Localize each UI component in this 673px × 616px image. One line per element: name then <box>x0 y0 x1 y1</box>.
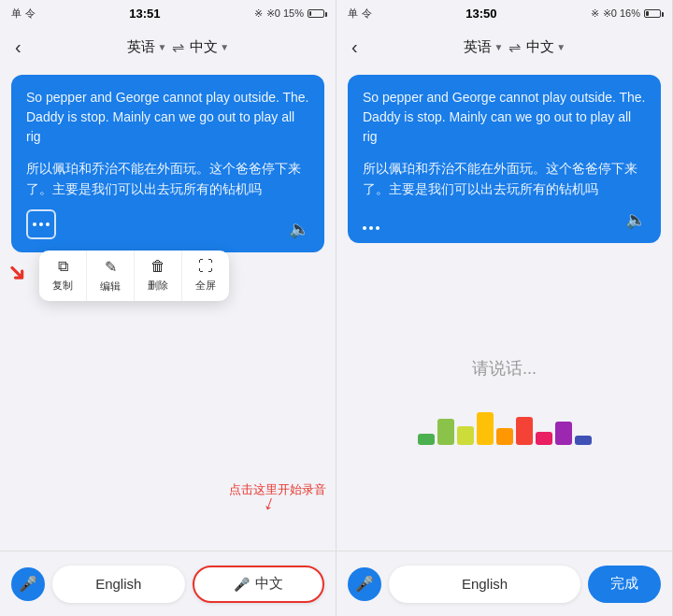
source-lang-left[interactable]: 英语 ▼ <box>127 38 166 56</box>
status-right-right: ※ ※0 16% <box>591 7 661 20</box>
wave-bar-8 <box>555 422 572 445</box>
source-text-left: So pepper and George cannot play outside… <box>26 88 309 147</box>
signal-icon-right: 令 <box>362 7 372 21</box>
menu-fullscreen[interactable]: ⛶ 全屏 <box>182 251 229 301</box>
target-lang-left[interactable]: 中文 ▼ <box>190 38 229 56</box>
wave-bar-4 <box>477 412 494 445</box>
context-menu-left: ⧉ 复制 ✎ 编辑 🗑 删除 ⛶ 全屏 <box>39 251 229 301</box>
rdot1 <box>363 226 366 230</box>
rdot2 <box>369 226 373 230</box>
mic-button-left[interactable]: 🎤 <box>11 567 45 601</box>
more-dots-right[interactable] <box>363 226 379 230</box>
listen-prompt-right: 请说话... <box>472 357 537 380</box>
speaker-button-right[interactable]: 🔈 <box>625 209 646 230</box>
mic-icon-right: 🎤 <box>355 575 374 593</box>
mic-icon-left: 🎤 <box>19 575 37 593</box>
wave-bar-3 <box>457 426 474 445</box>
nav-bar-right: ‹ 英语 ▼ ⇌ 中文 ▼ <box>336 26 672 67</box>
battery-text-right: ※0 16% <box>603 7 640 20</box>
right-phone-panel: 单 令 13:50 ※ ※0 16% ‹ 英语 ▼ ⇌ 中文 ▼ So <box>336 0 673 616</box>
source-lang-right[interactable]: 英语 ▼ <box>464 38 503 56</box>
english-pill-right[interactable]: English <box>389 566 580 603</box>
translation-card-left: So pepper and George cannot play outside… <box>11 75 324 252</box>
spacer-left: 点击这里开始录音 ↓ <box>0 288 336 551</box>
chinese-pill-left[interactable]: 🎤 中文 <box>193 566 325 603</box>
status-left-icons: 单 令 <box>11 7 36 21</box>
status-time-left: 13:51 <box>129 7 160 21</box>
source-lang-arrow-right: ▼ <box>494 42 503 52</box>
battery-fill-left <box>309 11 311 16</box>
bluetooth-icon-right: ※ <box>591 7 599 20</box>
status-left-right: 单 令 <box>348 7 372 21</box>
mic-button-right[interactable]: 🎤 <box>348 567 381 601</box>
menu-delete[interactable]: 🗑 删除 <box>135 251 182 301</box>
speaker-button-left[interactable]: 🔈 <box>289 219 309 239</box>
bottom-bar-right: 🎤 English 完成 <box>336 551 672 616</box>
target-lang-arrow-right: ▼ <box>556 42 566 52</box>
battery-icon-right <box>644 9 661 18</box>
fullscreen-label: 全屏 <box>195 279 216 293</box>
delete-icon: 🗑 <box>150 258 165 275</box>
menu-copy[interactable]: ⧉ 复制 <box>39 251 87 301</box>
delete-label: 删除 <box>148 279 168 293</box>
battery-icon-left <box>308 9 324 18</box>
chinese-label-left: 中文 <box>255 575 283 593</box>
dot2 <box>39 222 43 226</box>
english-label-right: English <box>462 576 508 592</box>
wave-bar-7 <box>536 432 552 445</box>
wave-bar-6 <box>516 417 533 445</box>
card-bottom-left: 🔈 <box>26 209 309 239</box>
rdot3 <box>376 226 379 230</box>
red-arrow-icon: ➜ <box>0 255 35 290</box>
bottom-bar-left: 🎤 English 🎤 中文 <box>0 551 336 616</box>
more-options-button-left[interactable] <box>26 209 56 239</box>
wifi-icon-right: 单 <box>348 7 358 21</box>
edit-icon: ✎ <box>105 258 117 276</box>
signal-icon: 令 <box>25 7 36 21</box>
source-text-right: So pepper and George cannot play outside… <box>363 88 646 147</box>
done-label-right: 完成 <box>610 575 638 593</box>
battery-text-left: ※0 15% <box>266 7 304 20</box>
copy-label: 复制 <box>52 279 73 293</box>
source-lang-arrow-left: ▼ <box>157 42 166 52</box>
target-lang-arrow-left: ▼ <box>220 42 229 52</box>
english-pill-left[interactable]: English <box>52 566 185 603</box>
swap-lang-icon-left[interactable]: ⇌ <box>172 38 184 56</box>
edit-label: 编辑 <box>100 279 121 294</box>
wifi-icon: 单 <box>11 7 21 21</box>
status-bar-left: 单 令 13:51 ※ ※0 15% <box>0 0 336 26</box>
wave-bars-right <box>418 408 592 445</box>
copy-icon: ⧉ <box>58 258 68 275</box>
menu-edit[interactable]: ✎ 编辑 <box>87 251 135 301</box>
left-phone-panel: 单 令 13:51 ※ ※0 15% ‹ 英语 ▼ ⇌ 中文 ▼ So <box>0 0 336 616</box>
mic-inline-icon: 🎤 <box>234 577 250 592</box>
swap-lang-icon-right[interactable]: ⇌ <box>508 38 521 56</box>
dot3 <box>46 222 50 226</box>
translated-text-right: 所以佩珀和乔治不能在外面玩。这个爸爸停下来了。主要是我们可以出去玩所有的钻机吗 <box>363 158 646 200</box>
back-button-right[interactable]: ‹ <box>348 33 362 62</box>
card-bottom-right: 🔈 <box>363 209 646 230</box>
translation-card-right: So pepper and George cannot play outside… <box>348 75 661 243</box>
language-selector-right: 英语 ▼ ⇌ 中文 ▼ <box>369 38 661 56</box>
translated-text-left: 所以佩珀和乔治不能在外面玩。这个爸爸停下来了。主要是我们可以出去玩所有的钻机吗 <box>26 158 309 200</box>
fullscreen-icon: ⛶ <box>198 258 213 275</box>
english-label-left: English <box>95 576 141 592</box>
wave-bar-2 <box>437 419 454 445</box>
language-selector-left: 英语 ▼ ⇌ 中文 ▼ <box>33 38 324 56</box>
wave-bar-9 <box>575 436 592 445</box>
status-bar-right: 单 令 13:50 ※ ※0 16% <box>336 0 672 26</box>
wave-bar-5 <box>496 428 513 445</box>
status-time-right: 13:50 <box>465 7 496 21</box>
done-button-right[interactable]: 完成 <box>588 566 661 603</box>
back-button-left[interactable]: ‹ <box>11 33 25 62</box>
nav-bar-left: ‹ 英语 ▼ ⇌ 中文 ▼ <box>0 26 336 67</box>
target-lang-right[interactable]: 中文 ▼ <box>526 38 566 56</box>
bluetooth-icon: ※ <box>254 7 263 20</box>
listen-area-right: 请说话... <box>336 251 672 551</box>
status-right-left: ※ ※0 15% <box>254 7 324 20</box>
battery-fill-right <box>646 11 649 16</box>
wave-bar-1 <box>418 434 435 445</box>
dot1 <box>33 222 36 226</box>
